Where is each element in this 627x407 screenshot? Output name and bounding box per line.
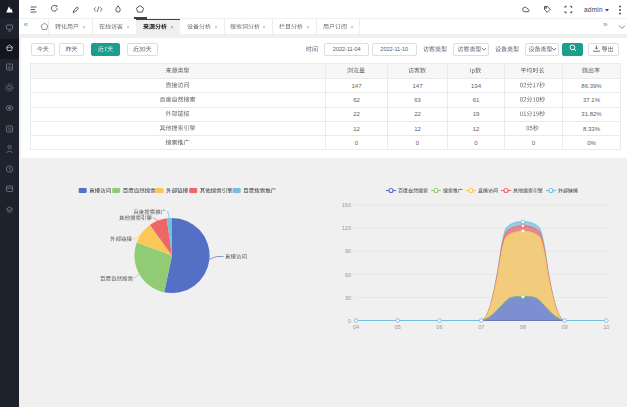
svg-text:60: 60 [345,272,351,278]
svg-text:×: × [171,24,174,30]
svg-text:06: 06 [436,324,442,330]
svg-text:04: 04 [353,324,359,330]
svg-text:09: 09 [562,324,568,330]
svg-text:07: 07 [478,324,484,330]
svg-text:×: × [215,24,218,30]
svg-text:10: 10 [603,324,609,330]
svg-text:08: 08 [520,324,526,330]
svg-text:×: × [127,24,130,30]
svg-text:×: × [83,24,86,30]
svg-text:120: 120 [342,225,351,231]
svg-text:×: × [263,24,266,30]
svg-text:0: 0 [348,318,351,324]
svg-text:30: 30 [345,295,351,301]
svg-text:90: 90 [345,248,351,254]
svg-text:×: × [307,24,310,30]
svg-text:05: 05 [395,324,401,330]
svg-text:150: 150 [342,202,351,208]
svg-text:×: × [351,24,354,30]
